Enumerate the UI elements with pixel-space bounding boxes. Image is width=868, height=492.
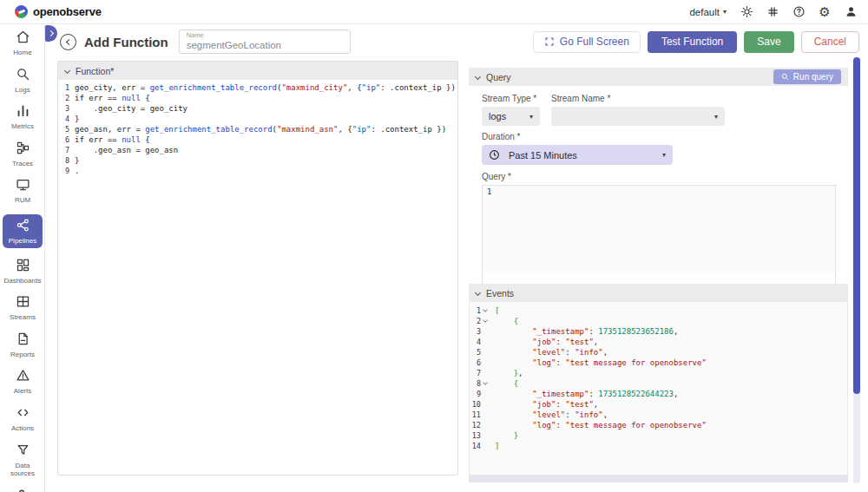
dashboards-icon [16,258,30,276]
chevron-down-icon: ▾ [529,113,533,121]
function-code-editor[interactable]: 1geo_city, err = get_enrichment_table_re… [58,80,457,176]
code-line: 2 { [470,316,847,326]
sidebar-item-reports[interactable]: Reports [0,331,45,359]
sidebar-item-actions[interactable]: Actions [0,405,45,433]
traces-icon [16,141,30,159]
sidebar-item-rum[interactable]: RUM [0,177,45,205]
org-selector-value: default [689,7,720,17]
sidebar-item-metrics[interactable]: Metrics [0,103,45,131]
events-editor[interactable]: 1[2 {3 "_timestamp": 1735128523652186,4 … [469,302,848,476]
code-line: 7 }, [470,368,847,378]
sidebar-item-label: Home [13,49,31,57]
sidebar-item-traces[interactable]: Traces [0,141,45,168]
actions-icon [16,405,30,423]
sidebar-item-logs[interactable]: Logs [0,67,45,95]
chevron-left-icon [66,38,72,44]
code-line: 2if err == null { [58,93,457,103]
sidebar-item-data-sources[interactable]: Data sources [0,443,45,478]
duration-select[interactable]: Past 15 Minutes ▾ [482,145,673,165]
stream-name-select[interactable]: ▾ [551,107,725,126]
sidebar-item-dashboards[interactable]: Dashboards [0,258,45,285]
sidebar-item-label: Dashboards [3,277,41,285]
duration-label: Duration * [482,132,835,141]
stream-name-field: Stream Name * ▾ [551,94,725,126]
events-panel-title: Events [486,288,514,298]
query-panel-header[interactable]: Query Run query [469,68,848,86]
sidebar-item-label: Actions [11,424,34,433]
topbar-icons: ⚙ [740,5,858,19]
slack-icon[interactable] [766,5,779,19]
fold-chevron-icon[interactable] [481,378,490,389]
sun-icon[interactable] [740,5,753,19]
sidebar-item-label: Data sources [3,462,43,478]
code-line: 3 .geo_city = geo_city [58,103,457,114]
function-panel: Function* 1geo_city, err = get_enrichmen… [57,61,458,476]
stream-type-select[interactable]: logs ▾ [482,107,540,126]
cancel-button[interactable]: Cancel [801,31,859,53]
query-form: Stream Type * logs ▾ Stream Name * ▾ Dur… [469,86,848,286]
sidebar-item-pipelines[interactable]: Pipelines [3,214,43,248]
action-buttons: Go Full Screen Test Function Save Cancel [533,31,859,53]
horizontal-scrollbar[interactable] [469,476,848,482]
code-line: 5 "level": "info", [470,347,847,358]
sub-header: Add Function Name segmentGeoLocation Go … [46,25,868,58]
save-button[interactable]: Save [744,31,793,53]
sidebar-item-label: Reports [10,351,35,359]
run-query-button[interactable]: Run query [773,69,841,84]
sidebar-item-label: RUM [15,196,30,205]
org-selector[interactable]: default ▾ [689,7,727,17]
code-line: 12 "log": "test message for openobserve" [470,420,847,430]
sidebar-item-label: Pipelines [9,237,36,246]
fold-spacer [481,337,490,347]
sidebar-item-home[interactable]: Home [0,30,45,57]
code-line: 5geo_asn, err = get_enrichment_table_rec… [58,124,457,134]
sidebar-item-streams[interactable]: Streams [0,294,45,322]
chevron-down-icon [475,74,481,80]
fold-spacer [481,368,490,378]
vertical-scrollbar-thumb[interactable] [853,57,860,394]
stream-type-field: Stream Type * logs ▾ [482,94,540,126]
sidebar-item-iam[interactable]: IAM [0,488,45,492]
query-editor[interactable]: 1 [482,185,836,286]
code-line: 6if err == null { [58,134,457,145]
code-line: 13 } [470,430,847,441]
code-line: 4} [58,114,457,124]
code-line: 1[ [470,305,847,316]
chevron-down-icon: ▾ [714,113,718,121]
back-button[interactable] [60,34,76,50]
fold-spacer [481,358,490,368]
sidebar-item-label: Metrics [11,122,34,131]
chevron-down-icon [64,68,70,74]
query-editor-content: 1 [483,186,835,272]
alerts-icon [16,368,30,386]
query-line-number: 1 [487,187,491,196]
search-icon [781,73,789,81]
query-label: Query * [482,172,835,181]
code-line: 9. [58,166,457,176]
test-function-button[interactable]: Test Function [648,31,737,53]
name-input-label: Name [187,32,343,39]
user-icon[interactable] [844,5,858,19]
name-input-value: segmentGeoLocation [187,39,343,52]
go-full-screen-button[interactable]: Go Full Screen [533,31,641,53]
help-icon[interactable] [792,5,806,19]
chevron-down-icon: ▾ [723,8,727,16]
gear-icon[interactable]: ⚙ [818,5,832,19]
iam-icon [16,488,30,492]
vertical-scrollbar-track[interactable] [853,57,860,483]
fold-spacer [481,399,490,410]
events-panel-header[interactable]: Events [469,284,848,302]
sidebar-item-alerts[interactable]: Alerts [0,368,45,396]
fold-chevron-icon[interactable] [481,305,490,316]
fold-chevron-icon[interactable] [481,316,490,326]
stream-type-value: logs [489,111,506,121]
function-name-input[interactable]: Name segmentGeoLocation [179,30,351,54]
topbar-right: default ▾ ⚙ [689,5,858,19]
sidebar-item-label: Streams [10,313,36,322]
chevron-down-icon [475,290,481,296]
fold-spacer [481,420,490,430]
function-panel-header[interactable]: Function* [58,62,457,80]
top-bar: openobserve default ▾ ⚙ [0,0,868,24]
clock-icon [489,149,500,161]
events-section: Events 1[2 {3 "_timestamp": 173512852365… [469,284,848,482]
